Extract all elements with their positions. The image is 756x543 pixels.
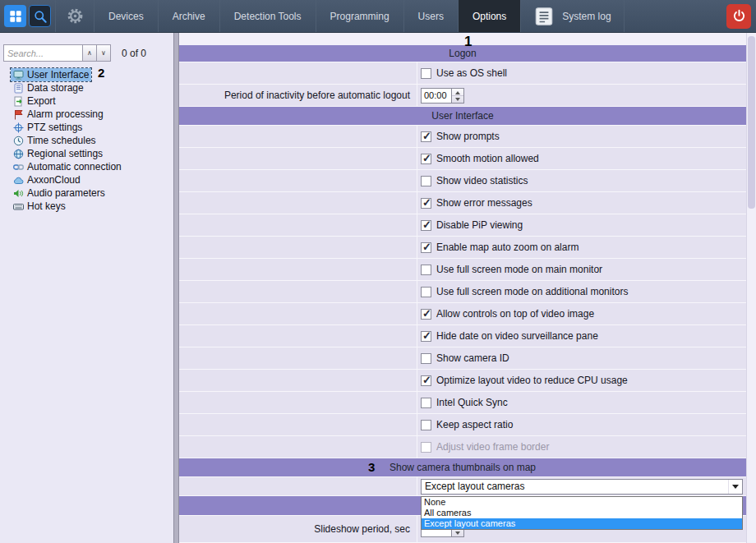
hide-date-checkbox[interactable] — [421, 331, 431, 342]
option-label: Use as OS shell — [436, 67, 507, 79]
annotation-step-3: 3 — [368, 460, 375, 474]
map-auto-zoom-checkbox[interactable] — [421, 242, 431, 253]
sidebar-item-automatic-connection[interactable]: Automatic connection — [11, 160, 124, 173]
options-window: Devices Archive Detection Tools Programm… — [0, 0, 756, 543]
inactivity-value[interactable]: 00:00 — [421, 88, 452, 104]
option-label: Intel Quick Sync — [436, 397, 508, 408]
ptz-crosshair-icon — [13, 122, 24, 133]
launcher-icons — [0, 0, 55, 32]
top-menu-bar: Devices Archive Detection Tools Programm… — [0, 0, 756, 33]
cloud-icon — [13, 175, 24, 186]
keep-aspect-ratio-checkbox[interactable] — [421, 420, 431, 430]
spinner-up-icon[interactable] — [452, 89, 463, 96]
dropdown-option-except-layout[interactable]: Except layout cameras — [422, 518, 742, 529]
sidebar-item-label: Data storage — [27, 82, 84, 94]
sidebar-item-label: Regional settings — [27, 148, 103, 159]
system-log-label: System log — [562, 11, 611, 22]
search-input[interactable] — [3, 44, 83, 62]
controls-on-top-checkbox[interactable] — [421, 309, 431, 320]
option-label: Keep aspect ratio — [436, 419, 513, 430]
chevron-down-icon[interactable] — [728, 480, 742, 494]
system-log-button[interactable]: System log — [521, 0, 624, 32]
fullscreen-additional-checkbox[interactable] — [421, 287, 431, 297]
clock-icon — [13, 136, 24, 146]
use-as-os-shell-checkbox[interactable] — [421, 68, 431, 79]
inactivity-spinner[interactable]: 00:00 — [421, 88, 464, 104]
dropdown-option-none[interactable]: None — [422, 497, 742, 508]
settings-sidebar: ∧ ∨ 0 of 0 User Interface Data storage E… — [0, 33, 173, 543]
option-row: Use full screen mode on main monitor — [179, 259, 746, 281]
search-prev-button[interactable]: ∧ — [82, 44, 97, 62]
option-row: Show video statistics — [179, 170, 746, 192]
menu-item-devices[interactable]: Devices — [94, 0, 159, 32]
error-messages-checkbox[interactable] — [421, 198, 431, 209]
option-row: Intel Quick Sync — [179, 392, 746, 414]
search-icon[interactable] — [29, 5, 51, 27]
option-row: Hide date on video surveillance pane — [179, 325, 746, 347]
sidebar-item-export[interactable]: Export — [11, 94, 58, 108]
video-statistics-checkbox[interactable] — [421, 176, 431, 186]
row-spacer — [179, 62, 417, 84]
video-frame-border-checkbox — [421, 442, 431, 453]
sidebar-item-hot-keys[interactable]: Hot keys — [11, 200, 68, 213]
scrollbar-thumb[interactable] — [748, 36, 755, 209]
sidebar-splitter[interactable] — [173, 33, 179, 543]
dropdown-option-all-cameras[interactable]: All cameras — [422, 508, 742, 518]
dropdown-value: Except layout cameras — [425, 481, 524, 492]
sidebar-item-audio-parameters[interactable]: Audio parameters — [11, 186, 108, 200]
sidebar-item-label: User Interface — [27, 69, 89, 81]
spinner-down-icon[interactable] — [452, 530, 463, 536]
option-label: Show video statistics — [436, 175, 528, 186]
speaker-icon — [13, 188, 24, 199]
sidebar-item-alarm-processing[interactable]: Alarm processing — [11, 108, 106, 121]
menu-item-archive[interactable]: Archive — [159, 0, 220, 32]
sidebar-item-ptz-settings[interactable]: PTZ settings — [11, 121, 85, 134]
sidebar-item-user-interface[interactable]: User Interface — [11, 68, 91, 81]
settings-gear-icon[interactable] — [55, 0, 94, 32]
sidebar-item-label: Audio parameters — [27, 187, 105, 199]
connection-icon — [13, 162, 24, 173]
menu-item-detection-tools[interactable]: Detection Tools — [220, 0, 316, 32]
option-row: Show camera ID — [179, 347, 746, 370]
section-header-logon: Logon — [179, 45, 746, 62]
disable-pip-checkbox[interactable] — [421, 220, 431, 231]
export-icon — [13, 96, 24, 107]
thumbnails-dropdown-list: None All cameras Except layout cameras — [421, 496, 743, 530]
vertical-scrollbar[interactable] — [746, 33, 756, 543]
sidebar-item-label: PTZ settings — [27, 122, 82, 133]
optimize-layout-checkbox[interactable] — [421, 375, 431, 386]
option-label: Adjust video frame border — [436, 441, 549, 453]
camera-id-checkbox[interactable] — [421, 353, 431, 364]
section-header-user-interface: User Interface — [179, 107, 746, 126]
power-area — [721, 0, 756, 32]
sidebar-item-data-storage[interactable]: Data storage — [11, 81, 86, 94]
option-label: Show camera ID — [436, 352, 509, 364]
intel-quick-sync-checkbox[interactable] — [421, 398, 431, 408]
settings-panel: Logon Use as OS shell Period of inactivi… — [179, 33, 746, 543]
sidebar-item-time-schedules[interactable]: Time schedules — [11, 134, 99, 147]
option-row: Keep aspect ratio — [179, 414, 746, 436]
topbar-spacer — [625, 0, 721, 32]
search-next-button[interactable]: ∨ — [96, 44, 111, 62]
sidebar-item-axxoncloud[interactable]: AxxonCloud — [11, 173, 83, 186]
option-label: Optimize layout video to reduce CPU usag… — [436, 375, 628, 386]
thumbnails-dropdown-row: Except layout cameras — [179, 477, 746, 496]
menu-item-options[interactable]: Options — [459, 0, 521, 32]
sidebar-search-row: ∧ ∨ 0 of 0 — [0, 44, 173, 62]
menu-item-users[interactable]: Users — [404, 0, 459, 32]
option-row: Disable PiP viewing — [179, 214, 746, 237]
option-label: Smooth motion allowed — [436, 153, 539, 164]
spinner-down-icon[interactable] — [452, 96, 463, 103]
show-prompts-checkbox[interactable] — [421, 131, 431, 142]
fullscreen-main-checkbox[interactable] — [421, 265, 431, 275]
option-row: Enable map auto zoom on alarm — [179, 237, 746, 259]
apps-grid-icon[interactable] — [4, 5, 26, 27]
smooth-motion-checkbox[interactable] — [421, 154, 431, 164]
option-row: Optimize layout video to reduce CPU usag… — [179, 370, 746, 392]
sidebar-item-label: AxxonCloud — [27, 174, 81, 186]
thumbnails-dropdown[interactable]: Except layout cameras — [421, 479, 743, 495]
power-icon[interactable] — [726, 4, 751, 29]
menu-item-programming[interactable]: Programming — [316, 0, 404, 32]
option-label: Allow controls on top of video image — [436, 308, 594, 320]
sidebar-item-regional-settings[interactable]: Regional settings — [11, 147, 105, 160]
